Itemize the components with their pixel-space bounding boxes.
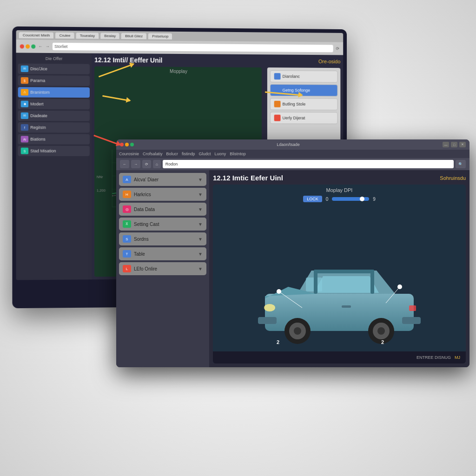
tab-4[interactable]: Bealay bbox=[100, 33, 119, 39]
sidebar-label-discjice: Disc/Jice bbox=[30, 66, 47, 71]
front-toolbar: ← → ⟳ ⌂ Rodon 🔍 bbox=[116, 158, 469, 170]
sidebar-item-modert[interactable]: ◆ Modert bbox=[18, 99, 90, 110]
toolbar-refresh-btn[interactable]: ⟳ bbox=[142, 160, 151, 168]
right-btn-uerlydijerat[interactable]: Uerly Dijerat bbox=[270, 112, 338, 124]
mod-icon: ◆ bbox=[21, 101, 28, 107]
right-btn-diarolanc[interactable]: Diarolanc bbox=[270, 70, 338, 83]
front-titlebar: Ldaon/tsade — □ ✕ bbox=[116, 139, 469, 150]
front-maximize-btn[interactable] bbox=[130, 143, 134, 146]
menu-item-7[interactable]: Blistntop bbox=[230, 152, 246, 156]
traffic-lights bbox=[20, 44, 36, 48]
bottom-bar-label1: ENTREE DISNUG bbox=[416, 355, 451, 360]
svg-rect-9 bbox=[258, 317, 277, 324]
front-main-header: 12.12 Imtic Eefer Uinl Sohruinsdu bbox=[213, 174, 466, 182]
sidebar-item-diadeate[interactable]: ✉ Diadeate bbox=[18, 111, 90, 121]
toolbar-back-btn[interactable]: ← bbox=[120, 160, 129, 168]
sidebar-item-discjice[interactable]: ✉ Disc/Jice bbox=[18, 64, 90, 74]
menu-item-4[interactable]: fistindp bbox=[182, 152, 195, 156]
sidebar-btn-lefoonlire[interactable]: L LEfo Onlire ▼ bbox=[119, 262, 206, 275]
sidebar-label-biations: Biations bbox=[30, 137, 46, 141]
sidebar-label-modert: Modert bbox=[30, 102, 44, 106]
maximize-btn[interactable] bbox=[31, 44, 35, 48]
sidebar-btn-datadata[interactable]: ◎ Data Data ▼ bbox=[119, 203, 206, 216]
sidebar-btn-alcva[interactable]: A Alcva' Diaer ▼ bbox=[119, 173, 206, 186]
menu-item-5[interactable]: Gludct bbox=[199, 152, 211, 156]
svg-text:NNr: NNr bbox=[97, 175, 103, 179]
tab-3[interactable]: Touealay bbox=[76, 33, 99, 39]
minimize-btn[interactable] bbox=[26, 44, 30, 48]
sidebar-btn-settingcast[interactable]: ⧖ Setting Cast ▼ bbox=[119, 218, 206, 231]
lock-slider-thumb bbox=[360, 197, 364, 201]
front-win-maxbtn[interactable]: □ bbox=[451, 142, 457, 147]
toolbar-search-btn[interactable]: 🔍 bbox=[456, 160, 466, 168]
lock-value-left: 0 bbox=[326, 197, 329, 202]
sidebar-label-parama: Parama bbox=[30, 78, 45, 83]
front-sidebar: A Alcva' Diaer ▼ H Harkrics ▼ ◎ Data Dat… bbox=[116, 170, 209, 367]
svg-point-18 bbox=[264, 304, 275, 311]
nav-back-icon[interactable]: ← bbox=[38, 44, 42, 49]
sidebar-label-branintom: Branintom bbox=[30, 90, 50, 94]
right-btn-label-uerlydijerat: Uerly Dijerat bbox=[282, 116, 305, 120]
sidebar-btn-label-sordns: Sordns bbox=[134, 237, 149, 242]
front-main: 12.12 Imtic Eefer Uinl Sohruinsdu Moplay… bbox=[209, 170, 469, 367]
sidebar-btn-label-settingcast: Setting Cast bbox=[134, 222, 159, 227]
sidebar-btn-datadata-left: ◎ Data Data bbox=[123, 205, 155, 213]
sidebar-label-diadeate: Diadeate bbox=[30, 113, 47, 118]
toolbar-fwd-btn[interactable]: → bbox=[131, 160, 140, 168]
front-address-bar[interactable]: Rodon bbox=[163, 160, 454, 168]
chevron-down-icon-2: ▼ bbox=[198, 207, 203, 212]
lock-slider[interactable] bbox=[332, 197, 369, 201]
nav-fwd-icon[interactable]: → bbox=[46, 44, 50, 49]
chevron-down-icon-5: ▼ bbox=[198, 251, 203, 257]
svg-rect-17 bbox=[342, 305, 351, 308]
dia-icon: ✉ bbox=[21, 112, 28, 119]
menu-item-2[interactable]: Crofsalatiy bbox=[143, 152, 163, 156]
warn-icon: ⚠ bbox=[21, 89, 28, 95]
menu-item-1[interactable]: Courosinie bbox=[119, 152, 139, 156]
front-content: A Alcva' Diaer ▼ H Harkrics ▼ ◎ Data Dat… bbox=[116, 170, 469, 367]
sidebar-item-branintom[interactable]: ⚠ Branintom bbox=[18, 87, 90, 98]
front-win-closebtn[interactable]: ✕ bbox=[459, 142, 466, 147]
tab-5[interactable]: Btlull Gliez bbox=[121, 33, 146, 39]
front-win-minbtn[interactable]: — bbox=[443, 142, 449, 147]
lefoonlire-icon: L bbox=[123, 265, 131, 272]
sidebar-btn-settingcast-left: ⧖ Setting Cast bbox=[123, 220, 159, 228]
uerlydijerat-icon bbox=[274, 115, 281, 121]
datadata-icon: ◎ bbox=[123, 205, 131, 213]
diarolanc-icon bbox=[274, 73, 281, 79]
sidebar-btn-harkrics-left: H Harkrics bbox=[123, 191, 151, 198]
refresh-icon[interactable]: ⟳ bbox=[336, 46, 340, 51]
lock-badge: LOCK bbox=[303, 196, 322, 202]
back-sidebar-title: Die Offer bbox=[18, 55, 90, 63]
svg-point-13 bbox=[294, 327, 301, 335]
front-display-area: Moplay DPI LOCK 0 9 bbox=[213, 185, 466, 364]
close-btn[interactable] bbox=[20, 44, 24, 48]
param-icon: $ bbox=[21, 77, 28, 84]
toolbar-home-btn[interactable]: ⌂ bbox=[153, 160, 161, 168]
right-btn-label-diarolanc: Diarolanc bbox=[282, 74, 299, 79]
car-svg: 2 2 bbox=[251, 252, 428, 345]
front-window: Ldaon/tsade — □ ✕ Courosinie Crofsalatiy… bbox=[116, 139, 469, 367]
menu-item-6[interactable]: Luony bbox=[215, 152, 226, 156]
display-controls: LOCK 0 9 bbox=[213, 194, 466, 204]
front-minimize-btn[interactable] bbox=[125, 143, 129, 146]
sidebar-item-parama[interactable]: $ Parama bbox=[18, 75, 90, 86]
sidebar-item-biations[interactable]: Ai Biations bbox=[18, 134, 90, 144]
sidebar-item-regisin[interactable]: f RegiIsIn bbox=[18, 122, 90, 133]
sidebar-btn-alcva-left: A Alcva' Diaer bbox=[123, 176, 159, 183]
sidebar-btn-label-lefoonlire: LEfo Onlire bbox=[134, 266, 157, 271]
sidebar-label-regisin: RegiIsIn bbox=[30, 125, 46, 130]
menu-item-3[interactable]: Bolucr bbox=[166, 152, 178, 156]
right-btn-butlingstole[interactable]: Butling Stole bbox=[270, 98, 338, 110]
back-address-bar[interactable]: Storliet bbox=[53, 43, 333, 53]
sidebar-btn-label-table: Table bbox=[134, 251, 145, 257]
harkrics-icon: H bbox=[123, 191, 131, 198]
tab-6[interactable]: Pnlseluop bbox=[148, 33, 172, 39]
sidebar-btn-sordns[interactable]: S Sordns ▼ bbox=[119, 232, 206, 245]
tab-1[interactable]: Couolcnet Mielh bbox=[19, 32, 54, 39]
tab-2[interactable]: Crulee bbox=[55, 32, 74, 38]
sidebar-btn-harkrics[interactable]: H Harkrics ▼ bbox=[119, 188, 206, 201]
sidebar-btn-table[interactable]: T Table ▼ bbox=[119, 247, 206, 260]
chevron-down-icon-6: ▼ bbox=[198, 266, 203, 271]
sidebar-item-stadmisation[interactable]: S Stad Misation bbox=[18, 146, 90, 156]
